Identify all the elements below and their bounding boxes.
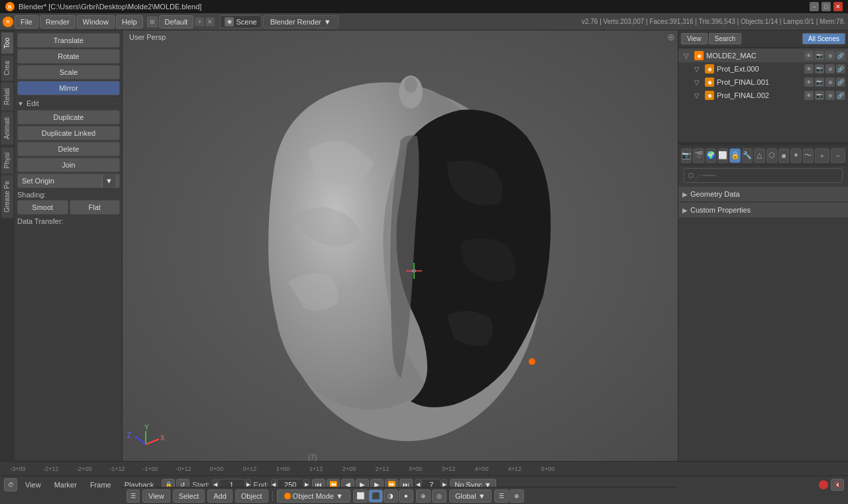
- select-icon[interactable]: ⊕: [825, 64, 835, 74]
- data-props-icon[interactable]: △: [754, 148, 765, 163]
- render-props-icon[interactable]: 📷: [681, 148, 692, 163]
- proportional-edit-icon[interactable]: ◎: [432, 489, 447, 503]
- search-line-icon: [695, 174, 701, 179]
- list-item[interactable]: ▽ ◉ Prot_FINAL.001 👁 📷 ⊕ 🔗: [678, 76, 848, 89]
- overlay-icon[interactable]: ☰: [494, 489, 509, 503]
- shading-type-buttons: ⬜ ⬛ ◑ ●: [353, 489, 413, 503]
- link-icon[interactable]: 🔗: [836, 51, 845, 60]
- viewport-menu-icon[interactable]: ☰: [127, 489, 140, 503]
- audio-mute-button[interactable]: 🔇: [831, 479, 844, 491]
- texture-props-icon[interactable]: ■: [778, 148, 789, 163]
- set-origin-dropdown[interactable]: Set Origin ▼: [17, 174, 120, 188]
- link-icon[interactable]: 🔗: [836, 64, 845, 74]
- render-icon[interactable]: 📷: [815, 51, 824, 60]
- snapping-icon[interactable]: ⊕: [416, 489, 431, 503]
- timeline-marker-menu[interactable]: Marker: [49, 479, 82, 490]
- viewport-object-menu[interactable]: Object: [235, 489, 268, 503]
- visibility-icon[interactable]: 👁: [804, 51, 814, 60]
- tab-create[interactable]: Crea: [1, 55, 14, 81]
- solid-shading-button[interactable]: ⬛: [368, 489, 383, 503]
- render-icon[interactable]: 📷: [815, 64, 824, 74]
- help-menu[interactable]: Help: [116, 15, 143, 28]
- window-controls[interactable]: − □ ✕: [810, 2, 843, 11]
- render-engine-selector[interactable]: Blender Render ▼: [263, 15, 339, 28]
- physics-props-icon[interactable]: 〜: [803, 148, 814, 163]
- timeline-frame-menu[interactable]: Frame: [85, 479, 117, 490]
- tab-physics[interactable]: Physi: [1, 146, 14, 174]
- timeline-view-menu[interactable]: View: [20, 479, 46, 490]
- scene-props-icon[interactable]: 🎬: [693, 148, 704, 163]
- maximize-button[interactable]: □: [822, 2, 831, 11]
- workspace-add-icon[interactable]: +: [195, 17, 204, 26]
- gizmo-icon[interactable]: ⊕: [509, 489, 524, 503]
- duplicate-button[interactable]: Duplicate: [17, 110, 120, 125]
- duplicate-linked-button[interactable]: Duplicate Linked: [17, 126, 120, 140]
- custom-props-expand-icon: ▶: [682, 207, 688, 214]
- visibility-icon[interactable]: 👁: [804, 77, 814, 87]
- rotate-button[interactable]: Rotate: [17, 49, 120, 64]
- tab-relations[interactable]: Relati: [1, 82, 14, 111]
- scene-selector[interactable]: ◉ Scene: [220, 15, 261, 28]
- visibility-icon[interactable]: 👁: [804, 91, 814, 100]
- custom-properties-header[interactable]: ▶ Custom Properties ···: [678, 203, 848, 217]
- constraints-props-icon[interactable]: 🔒: [729, 148, 740, 163]
- smooth-button[interactable]: Smoot: [17, 200, 68, 215]
- flat-button[interactable]: Flat: [70, 200, 121, 215]
- geometry-data-section: ▶ Geometry Data ···: [678, 187, 848, 201]
- tab-animation[interactable]: Animati: [1, 111, 14, 145]
- close-button[interactable]: ✕: [833, 2, 843, 11]
- render-menu[interactable]: Render: [40, 15, 76, 28]
- particles-props-icon[interactable]: ✦: [790, 148, 801, 163]
- list-item[interactable]: ▽ ◉ MOLDE2_MAC 👁 📷 ⊕ 🔗: [678, 49, 848, 62]
- object-props-icon[interactable]: ⬜: [717, 148, 728, 163]
- join-button[interactable]: Join: [17, 158, 120, 172]
- list-item[interactable]: ▽ ◉ Prot_Ext.000 👁 📷 ⊕ 🔗: [678, 62, 848, 76]
- add-panel-icon[interactable]: +: [815, 148, 829, 163]
- outliner-search-button[interactable]: Search: [709, 33, 742, 44]
- record-button[interactable]: [819, 480, 828, 489]
- link-icon[interactable]: 🔗: [836, 91, 845, 100]
- svg-point-4: [529, 358, 535, 365]
- select-icon[interactable]: ⊕: [825, 91, 835, 100]
- modifiers-props-icon[interactable]: 🔧: [742, 148, 753, 163]
- timeline-icon[interactable]: ⏱: [4, 478, 17, 491]
- viewport-view-menu[interactable]: View: [142, 489, 170, 503]
- texture-shading-button[interactable]: ◑: [384, 489, 398, 503]
- rendered-shading-button[interactable]: ●: [399, 489, 413, 503]
- tab-grease-pencil[interactable]: Grease Pe: [1, 175, 14, 219]
- world-props-icon[interactable]: 🌍: [706, 148, 716, 163]
- geometry-data-header[interactable]: ▶ Geometry Data ···: [678, 187, 848, 201]
- outliner-all-scenes-button[interactable]: All Scenes: [802, 33, 845, 44]
- delete-button[interactable]: Delete: [17, 142, 120, 156]
- outliner-view-button[interactable]: View: [681, 33, 708, 44]
- object-mode-selector[interactable]: Object Mode ▼: [277, 489, 350, 503]
- tab-tools[interactable]: Too: [1, 32, 14, 54]
- link-icon[interactable]: 🔗: [836, 77, 845, 87]
- ruler-mark: -2+12: [34, 466, 68, 472]
- materials-props-icon[interactable]: ⬡: [767, 148, 777, 163]
- properties-search-box[interactable]: [684, 168, 843, 183]
- scale-button[interactable]: Scale: [17, 65, 120, 79]
- select-icon[interactable]: ⊕: [825, 51, 835, 60]
- workspace-icon[interactable]: ⊞: [147, 17, 158, 27]
- render-icon[interactable]: 📷: [815, 91, 824, 100]
- render-icon[interactable]: 📷: [815, 77, 824, 87]
- transform-orientation-selector[interactable]: Global ▼: [449, 489, 492, 503]
- workspace-selector[interactable]: Default: [159, 15, 194, 28]
- viewport-expand-icon[interactable]: ⊕: [667, 32, 675, 42]
- minimize-button[interactable]: −: [810, 2, 819, 11]
- remove-panel-icon[interactable]: −: [831, 148, 845, 163]
- select-icon[interactable]: ⊕: [825, 77, 835, 87]
- visibility-icon[interactable]: 👁: [804, 64, 814, 74]
- edit-section-header[interactable]: ▼ Edit ····: [17, 99, 120, 107]
- workspace-remove-icon[interactable]: ✕: [205, 17, 215, 26]
- viewport-select-menu[interactable]: Select: [173, 489, 205, 503]
- list-item[interactable]: ▽ ◉ Prot_FINAL.002 👁 📷 ⊕ 🔗: [678, 89, 848, 102]
- mirror-button[interactable]: Mirror: [17, 81, 120, 95]
- translate-button[interactable]: Translate: [17, 33, 120, 48]
- window-menu[interactable]: Window: [77, 15, 115, 28]
- viewport-add-menu[interactable]: Add: [207, 489, 233, 503]
- 3d-viewport[interactable]: X Y Z (7) User Persp ⊕: [123, 30, 678, 461]
- wireframe-shading-button[interactable]: ⬜: [353, 489, 368, 503]
- file-menu[interactable]: File: [15, 15, 38, 28]
